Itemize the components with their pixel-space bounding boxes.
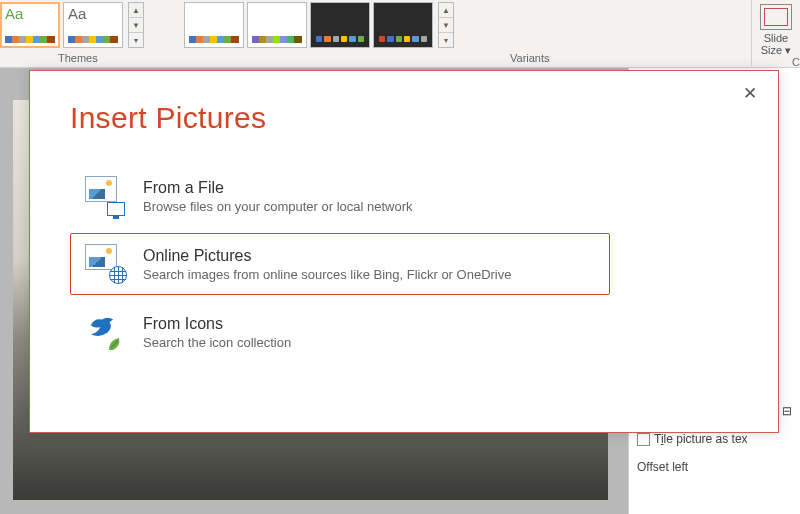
icons-icon [85, 312, 125, 352]
themes-gallery[interactable]: Aa Aa ▲▼▾ [0, 0, 154, 50]
dialog-title: Insert Pictures [70, 101, 742, 135]
variants-gallery[interactable]: ▲▼▾ [184, 0, 464, 50]
variant-thumb[interactable] [310, 2, 370, 48]
online-picture-icon [85, 244, 125, 284]
option-desc: Search images from online sources like B… [143, 267, 511, 282]
file-picture-icon [85, 176, 125, 216]
option-desc: Browse files on your computer or local n… [143, 199, 413, 214]
variant-thumb[interactable] [247, 2, 307, 48]
offset-left-label: Offset left [637, 460, 688, 474]
themes-group-label: Themes [58, 52, 98, 64]
tile-checkbox[interactable] [637, 433, 650, 446]
theme-thumb[interactable]: Aa [0, 2, 60, 48]
option-title: From Icons [143, 315, 291, 333]
insert-pictures-dialog: ✕ Insert Pictures From a File Browse fil… [29, 70, 779, 433]
ribbon-design-tab: Aa Aa ▲▼▾ ▲▼▾ Slide Size ▾ Themes Varian… [0, 0, 800, 68]
slide-size-label: Slide [764, 32, 788, 44]
close-icon[interactable]: ✕ [740, 83, 760, 103]
theme-thumb[interactable]: Aa [63, 2, 123, 48]
option-title: Online Pictures [143, 247, 511, 265]
option-from-icons[interactable]: From Icons Search the icon collection [70, 301, 610, 363]
option-online-pictures[interactable]: Online Pictures Search images from onlin… [70, 233, 610, 295]
option-from-file[interactable]: From a File Browse files on your compute… [70, 165, 610, 227]
variant-thumb[interactable] [373, 2, 433, 48]
slide-size-label2: Size ▾ [761, 44, 791, 56]
tile-label: Tile picture as tex [654, 432, 748, 446]
option-desc: Search the icon collection [143, 335, 291, 350]
customize-partial: C [792, 56, 800, 68]
variants-scroller[interactable]: ▲▼▾ [438, 2, 454, 48]
variants-group-label: Variants [510, 52, 550, 64]
themes-scroller[interactable]: ▲▼▾ [128, 2, 144, 48]
option-title: From a File [143, 179, 413, 197]
variant-thumb[interactable] [184, 2, 244, 48]
